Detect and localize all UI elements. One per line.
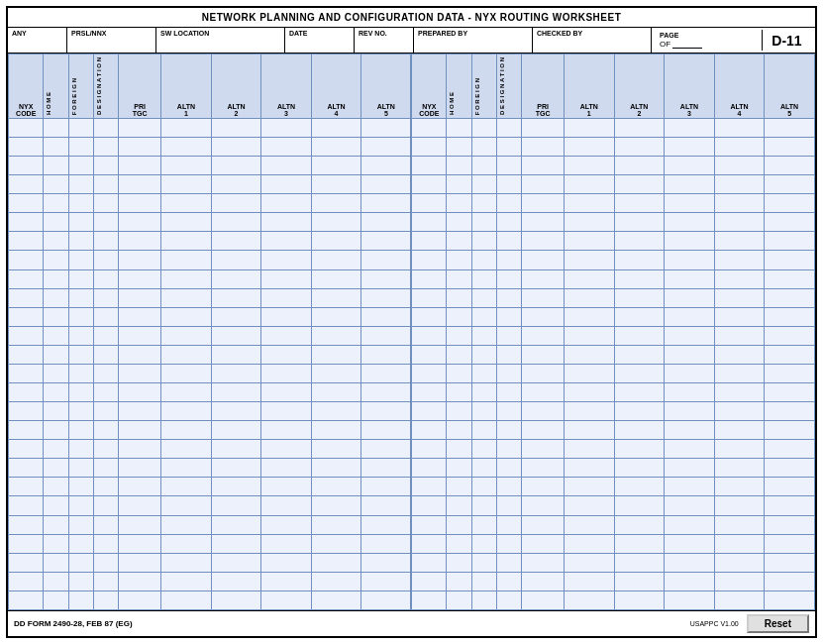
table-cell — [161, 496, 212, 515]
table-cell — [261, 553, 312, 572]
table-cell — [119, 590, 161, 609]
table-cell — [44, 478, 68, 496]
table-cell — [9, 307, 44, 326]
table-cell — [311, 232, 361, 251]
table-cell — [714, 364, 765, 382]
form-name: DD FORM 2490-28, FEB 87 (EG) — [14, 619, 133, 628]
table-cell — [9, 137, 44, 156]
table-cell — [714, 421, 765, 440]
table-cell — [93, 326, 118, 345]
table-cell — [119, 251, 161, 269]
table-cell — [411, 137, 446, 156]
table-row — [9, 326, 815, 345]
table-cell — [496, 175, 521, 194]
table-cell — [161, 459, 212, 478]
table-cell — [665, 553, 715, 572]
table-cell — [361, 157, 412, 175]
table-cell — [161, 194, 212, 213]
table-cell — [765, 459, 815, 478]
table-cell — [765, 251, 815, 269]
table-cell — [44, 572, 68, 590]
table-cell — [765, 364, 815, 382]
table-cell — [261, 288, 312, 307]
table-cell — [311, 269, 361, 288]
table-cell — [361, 326, 412, 345]
table-cell — [765, 213, 815, 232]
table-cell — [614, 288, 665, 307]
table-cell — [211, 307, 261, 326]
table-cell — [161, 515, 212, 534]
table-cell — [665, 345, 715, 364]
table-cell — [765, 590, 815, 609]
table-cell — [361, 440, 412, 459]
table-cell — [211, 590, 261, 609]
table-cell — [261, 232, 312, 251]
table-cell — [311, 251, 361, 269]
table-cell — [665, 515, 715, 534]
table-cell — [261, 157, 312, 175]
table-cell — [496, 137, 521, 156]
table-cell — [496, 402, 521, 421]
table-cell — [447, 269, 471, 288]
table-cell — [311, 194, 361, 213]
col-foreign-left: F O R E I G N — [68, 54, 93, 119]
table-cell — [614, 421, 665, 440]
table-cell — [665, 383, 715, 402]
table-row — [9, 534, 815, 553]
table-cell — [447, 553, 471, 572]
table-cell — [496, 213, 521, 232]
table-cell — [261, 440, 312, 459]
table-cell — [9, 383, 44, 402]
table-cell — [471, 440, 496, 459]
table-cell — [93, 269, 118, 288]
reset-button[interactable]: Reset — [747, 614, 809, 633]
table-cell — [765, 307, 815, 326]
table-cell — [119, 269, 161, 288]
col-altn5-right: ALTN5 — [765, 54, 815, 119]
table-cell — [565, 137, 615, 156]
table-cell — [161, 553, 212, 572]
table-cell — [161, 534, 212, 553]
table-cell — [765, 572, 815, 590]
table-cell — [411, 402, 446, 421]
table-cell — [261, 269, 312, 288]
col-altn1-right: ALTN1 — [565, 54, 615, 119]
table-cell — [496, 421, 521, 440]
table-cell — [614, 175, 665, 194]
table-cell — [161, 175, 212, 194]
table-cell — [93, 383, 118, 402]
table-cell — [411, 421, 446, 440]
table-cell — [161, 118, 212, 137]
footer-right: USAPPC V1.00 Reset — [690, 614, 809, 633]
table-cell — [471, 194, 496, 213]
table-cell — [522, 251, 565, 269]
table-cell — [665, 213, 715, 232]
table-cell — [565, 326, 615, 345]
header-any: ANY — [8, 28, 67, 53]
col-altn4-left: ALTN4 — [311, 54, 361, 119]
table-cell — [522, 515, 565, 534]
table-cell — [614, 496, 665, 515]
sw-label: SW LOCATION — [160, 30, 280, 37]
table-cell — [93, 345, 118, 364]
table-cell — [211, 572, 261, 590]
table-cell — [44, 157, 68, 175]
table-cell — [68, 345, 93, 364]
table-cell — [93, 534, 118, 553]
table-cell — [765, 402, 815, 421]
table-cell — [311, 459, 361, 478]
table-cell — [161, 326, 212, 345]
table-cell — [714, 288, 765, 307]
table-cell — [411, 175, 446, 194]
table-cell — [311, 118, 361, 137]
table-cell — [614, 326, 665, 345]
table-cell — [211, 118, 261, 137]
table-cell — [614, 383, 665, 402]
table-cell — [119, 572, 161, 590]
table-cell — [93, 175, 118, 194]
table-cell — [161, 440, 212, 459]
table-cell — [447, 590, 471, 609]
table-cell — [447, 307, 471, 326]
table-cell — [119, 157, 161, 175]
table-cell — [614, 364, 665, 382]
